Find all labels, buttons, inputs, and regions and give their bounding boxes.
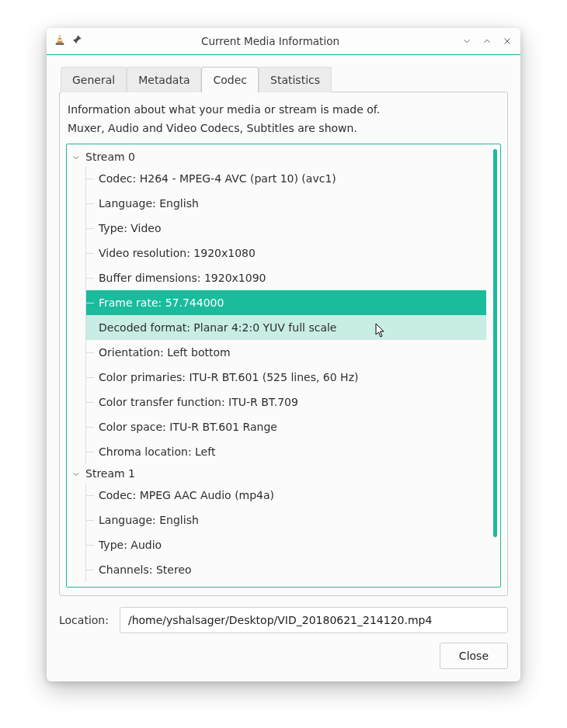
chevron-down-icon — [71, 469, 81, 478]
info-line-2: Muxer, Audio and Video Codecs, Subtitles… — [66, 119, 501, 137]
footer: Location: — [59, 607, 508, 633]
codec-row[interactable]: Codec: MPEG AAC Audio (mp4a) — [86, 483, 492, 508]
cursor-icon — [375, 323, 387, 341]
svg-rect-2 — [58, 40, 62, 41]
chevron-down-icon — [71, 152, 81, 161]
app-icon — [53, 33, 71, 50]
pin-icon[interactable] — [71, 33, 87, 48]
svg-rect-0 — [56, 43, 64, 44]
dialog-body: General Metadata Codec Statistics Inform… — [47, 55, 520, 681]
location-label: Location: — [59, 614, 109, 626]
codec-panel: Information about what your media or str… — [59, 92, 508, 596]
codec-row[interactable]: Type: Video — [86, 216, 492, 241]
location-input[interactable] — [120, 607, 508, 633]
stream-children: Codec: H264 - MPEG-4 AVC (part 10) (avc1… — [85, 166, 492, 464]
codec-row[interactable]: Language: English — [86, 191, 492, 216]
minimize-button[interactable] — [460, 34, 474, 48]
tab-bar: General Metadata Codec Statistics — [61, 66, 508, 92]
tab-codec[interactable]: Codec — [201, 67, 259, 92]
codec-row[interactable]: Frame rate: 57.744000 — [86, 290, 486, 315]
stream-label: Stream 1 — [85, 467, 135, 480]
stream-header[interactable]: Stream 0 — [70, 147, 492, 166]
close-button[interactable]: Close — [440, 643, 508, 669]
codec-row[interactable]: Channels: Stereo — [86, 557, 492, 582]
tab-metadata[interactable]: Metadata — [127, 67, 201, 92]
codec-tree[interactable]: Stream 0Codec: H264 - MPEG-4 AVC (part 1… — [66, 144, 501, 588]
codec-row[interactable]: Color space: ITU-R BT.601 Range — [86, 414, 492, 439]
codec-row[interactable]: Color transfer function: ITU-R BT.709 — [86, 390, 492, 414]
codec-row[interactable]: Orientation: Left bottom — [86, 340, 492, 365]
codec-row[interactable]: Chroma location: Left — [86, 439, 492, 464]
button-row: Close — [59, 643, 508, 669]
tab-statistics[interactable]: Statistics — [259, 67, 332, 92]
svg-rect-1 — [59, 36, 61, 38]
tab-general[interactable]: General — [61, 67, 127, 92]
codec-row[interactable]: Codec: H264 - MPEG-4 AVC (part 10) (avc1… — [86, 166, 492, 191]
codec-row[interactable]: Video resolution: 1920x1080 — [86, 241, 492, 265]
codec-row[interactable]: Color primaries: ITU-R BT.601 (525 lines… — [86, 365, 492, 390]
stream-header[interactable]: Stream 1 — [70, 464, 492, 483]
codec-row[interactable]: Language: English — [86, 508, 492, 532]
window-title: Current Media Information — [87, 35, 454, 47]
codec-row[interactable]: Buffer dimensions: 1920x1090 — [86, 265, 492, 290]
scrollbar[interactable] — [493, 149, 497, 537]
maximize-button[interactable] — [480, 34, 494, 48]
dialog-window: Current Media Information General Metada… — [47, 28, 520, 681]
codec-row[interactable]: Type: Audio — [86, 532, 492, 557]
titlebar: Current Media Information — [47, 28, 520, 54]
codec-row[interactable]: Decoded format: Planar 4:2:0 YUV full sc… — [86, 315, 486, 340]
info-line-1: Information about what your media or str… — [66, 100, 501, 119]
stream-children: Codec: MPEG AAC Audio (mp4a)Language: En… — [85, 483, 492, 582]
stream-label: Stream 0 — [85, 151, 135, 163]
close-window-button[interactable] — [500, 34, 514, 48]
